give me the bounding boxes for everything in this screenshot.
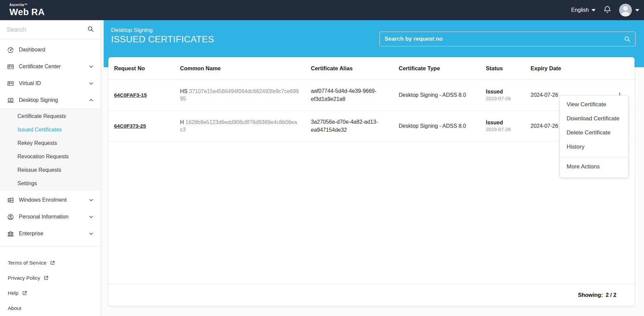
chevron-down-icon <box>88 231 94 236</box>
brand-webra: Web RA <box>9 8 45 17</box>
issued-certificates-table: Request No Common Name Certificate Alias… <box>108 57 635 306</box>
external-link-icon <box>43 275 49 281</box>
user-menu[interactable] <box>619 4 639 16</box>
sidebar-item-label: Desktop Signing <box>19 97 84 103</box>
sidebar-item-enterprise[interactable]: Enterprise <box>0 225 101 242</box>
person-circle-icon <box>7 213 14 221</box>
table-row: 64C0FAF3-15 HS 37107e15e4566494f064dc662… <box>108 80 635 111</box>
status-badge: Issued <box>486 120 531 126</box>
caret-down-icon <box>592 9 596 11</box>
page-title: ISSUED CERTIFICATES <box>111 34 214 45</box>
sidebar-item-certificate-center[interactable]: Certificate Center <box>0 58 101 75</box>
chevron-down-icon <box>88 197 94 203</box>
virtual-id-card-icon <box>7 80 14 87</box>
table-header-row: Request No Common Name Certificate Alias… <box>108 57 635 80</box>
request-no-link[interactable]: 64C0FAF3-15 <box>114 92 147 98</box>
breadcrumb: Desktop Signing <box>111 27 214 34</box>
certificate-alias-cell: 3a27056a-d70e-4a82-ad13-ea947154de32 <box>311 118 399 134</box>
external-link-icon <box>50 260 55 266</box>
status-badge: Issued <box>486 89 531 95</box>
sidebar-item-reissue-requests[interactable]: Reissue Requests <box>0 163 101 177</box>
sidebar-item-label: Certificate Center <box>19 64 84 70</box>
external-link-icon <box>22 290 27 296</box>
showing-count: 2 / 2 <box>606 292 616 298</box>
about-link[interactable]: About <box>0 301 101 316</box>
sidebar-item-label: Windows Enrolment <box>19 197 84 203</box>
sidebar-item-personal-information[interactable]: Personal Information <box>0 208 101 225</box>
caret-down-icon <box>635 9 639 11</box>
request-search-box <box>380 32 636 46</box>
sidebar-item-settings[interactable]: Settings <box>0 177 101 190</box>
column-header-expiry-date: Expiry Date <box>531 65 595 72</box>
main-content: Desktop Signing ISSUED CERTIFICATES Requ… <box>101 20 644 316</box>
chevron-down-icon <box>88 64 94 69</box>
column-header-common-name: Common Name <box>180 65 311 72</box>
sidebar-item-desktop-signing[interactable]: Desktop Signing <box>0 92 101 109</box>
certificate-type-cell: Desktop Signing - ADSS 8.0 <box>399 123 486 129</box>
sidebar-item-label: Dashboard <box>19 47 94 53</box>
sidebar-item-certificate-requests[interactable]: Certificate Requests <box>0 110 101 123</box>
dashboard-icon <box>7 46 14 53</box>
sidebar-search-input[interactable] <box>7 26 87 33</box>
search-icon[interactable] <box>87 26 94 34</box>
sidebar: Dashboard Certificate Center <box>0 20 101 316</box>
chevron-down-icon <box>88 81 94 86</box>
menu-divider <box>560 157 628 157</box>
windows-icon <box>7 197 14 204</box>
table-row: 64C0F373-25 H 1628b8e5123d6edd906c8f76d9… <box>108 111 635 142</box>
column-header-certificate-alias: Certificate Alias <box>311 64 399 72</box>
sidebar-item-label: Enterprise <box>19 231 84 237</box>
brand-ascertia: Ascertia™ <box>9 3 45 7</box>
sidebar-item-virtual-id[interactable]: Virtual ID <box>0 75 101 92</box>
brand-logo[interactable]: Ascertia™ Web RA <box>9 3 45 17</box>
help-link[interactable]: Help <box>0 285 101 301</box>
table-footer: Showing: 2 / 2 <box>108 284 635 306</box>
desktop-signing-icon <box>7 97 14 104</box>
menu-item-more-actions[interactable]: More Actions <box>560 160 628 175</box>
column-header-certificate-type: Certificate Type <box>399 65 486 72</box>
status-cell: Issued 2023-07-26 <box>486 120 531 132</box>
bank-icon <box>7 230 14 237</box>
status-cell: Issued 2023-07-26 <box>486 89 531 101</box>
chevron-down-icon <box>88 214 94 220</box>
sidebar-item-revocation-requests[interactable]: Revocation Requests <box>0 150 101 163</box>
sidebar-item-dashboard[interactable]: Dashboard <box>0 41 101 58</box>
menu-item-history[interactable]: History <box>560 140 628 154</box>
language-selector[interactable]: English <box>571 7 596 13</box>
sidebar-item-issued-certificates[interactable]: Issued Certificates <box>0 123 101 136</box>
privacy-policy-link[interactable]: Privacy Policy <box>0 270 101 285</box>
row-actions-context-menu: View Certificate Download Certificate De… <box>560 95 629 178</box>
terms-of-service-link[interactable]: Terms of Service <box>0 255 101 270</box>
language-label: English <box>571 7 589 13</box>
column-header-request-no: Request No <box>114 65 180 72</box>
menu-item-download-certificate[interactable]: Download Certificate <box>560 112 628 126</box>
avatar <box>619 4 632 16</box>
chevron-up-icon <box>88 97 94 103</box>
showing-label: Showing: <box>578 292 603 298</box>
sidebar-item-label: Personal Information <box>19 214 84 220</box>
sidebar-item-label: Virtual ID <box>19 80 84 86</box>
request-no-link[interactable]: 64C0F373-25 <box>114 123 146 129</box>
column-header-status: Status <box>486 65 531 72</box>
top-navbar: Ascertia™ Web RA English <box>0 0 644 20</box>
sidebar-item-windows-enrolment[interactable]: Windows Enrolment <box>0 192 101 208</box>
menu-item-delete-certificate[interactable]: Delete Certificate <box>560 126 628 140</box>
search-icon[interactable] <box>624 36 631 42</box>
desktop-signing-submenu: Certificate Requests Issued Certificates… <box>0 109 101 191</box>
common-name-cell: HS 37107e15e4566494f064dc662493fe9c7ce69… <box>180 88 311 103</box>
request-search-input[interactable] <box>385 36 624 42</box>
common-name-cell: H 1628b8e5123d6edd906c8f76d9369e4c8b06ea… <box>180 119 311 133</box>
menu-item-view-certificate[interactable]: View Certificate <box>560 97 628 112</box>
certificate-card-icon <box>7 63 14 70</box>
certificate-type-cell: Desktop Signing - ADSS 8.0 <box>399 92 486 98</box>
sidebar-item-rekey-requests[interactable]: Rekey Requests <box>0 136 101 150</box>
notifications-bell-icon[interactable] <box>603 6 612 14</box>
sidebar-search <box>0 20 101 39</box>
certificate-alias-cell: aaf07744-5d4d-4e39-9669-ef3d1a9e21a8 <box>311 87 399 103</box>
